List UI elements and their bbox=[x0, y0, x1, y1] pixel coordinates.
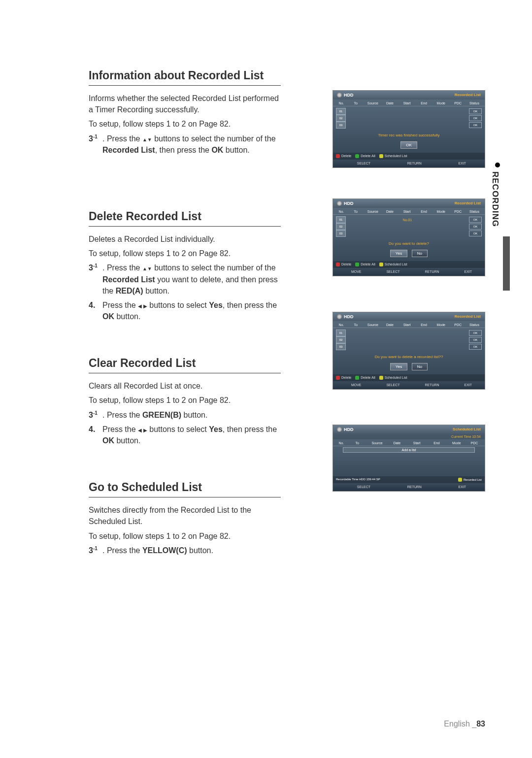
col: End bbox=[416, 210, 432, 213]
row-num: 01 bbox=[336, 108, 346, 115]
paragraph: To setup, follow steps 1 to 2 on Page 82… bbox=[89, 118, 281, 130]
step: 4. Press the ◀ ▶ buttons to select Yes, … bbox=[89, 424, 281, 446]
t: button. bbox=[114, 312, 140, 321]
t: buttons to select bbox=[147, 301, 209, 309]
table-row[interactable]: 03OK bbox=[336, 343, 482, 350]
col: Mode bbox=[433, 323, 449, 327]
table-row[interactable]: 01OK bbox=[336, 330, 482, 336]
t: , then press the bbox=[223, 425, 277, 433]
col: Source bbox=[365, 323, 381, 327]
disc-icon bbox=[337, 93, 342, 98]
ok-button[interactable]: OK bbox=[400, 141, 417, 149]
footer-bar: MOVE SELECT RETURN EXIT bbox=[333, 268, 485, 276]
table-row[interactable]: 02OK bbox=[336, 336, 482, 343]
table-row[interactable]: 01No.01OK bbox=[336, 216, 482, 223]
no-button[interactable]: No bbox=[412, 250, 428, 257]
t: Press the bbox=[102, 301, 138, 309]
action-bar: Delete Delete All Scheduled List bbox=[333, 261, 485, 268]
step-num: 4. bbox=[89, 299, 102, 322]
col: Start bbox=[399, 210, 415, 213]
foot-return: RETURN bbox=[402, 485, 422, 489]
arrow-icon: ◀ ▶ bbox=[138, 428, 147, 433]
action-bar: Delete Delete All Scheduled List bbox=[333, 153, 485, 160]
row-num: 03 bbox=[336, 230, 346, 237]
drive-label: HDD bbox=[344, 314, 354, 319]
col: End bbox=[416, 323, 432, 327]
col: Mode bbox=[433, 101, 449, 105]
section-goto-scheduled-list: Go to Scheduled List Switches directly f… bbox=[89, 481, 485, 556]
row-num: 03 bbox=[336, 122, 346, 129]
col: To bbox=[348, 441, 366, 445]
t: Press the bbox=[102, 425, 138, 433]
table-row[interactable]: 03OK bbox=[336, 122, 482, 129]
yellow-key-icon bbox=[379, 154, 383, 158]
foot-select: SELECT bbox=[381, 270, 399, 274]
t: GREEN(B) bbox=[142, 411, 181, 419]
table-row[interactable]: 02OK bbox=[336, 223, 482, 230]
col: To bbox=[348, 101, 364, 105]
action-label: Delete All bbox=[361, 376, 375, 379]
step: 3-1 . Press the GREEN(B) button. bbox=[89, 409, 281, 421]
yes-button[interactable]: Yes bbox=[390, 363, 407, 370]
col: Start bbox=[399, 323, 415, 327]
row-num: 03 bbox=[336, 343, 346, 350]
footer-lang: English bbox=[444, 720, 469, 728]
ui-recorded-list-info: HDD Recorded List No.ToSourceDateStartEn… bbox=[332, 90, 485, 168]
row-num: 02 bbox=[336, 223, 346, 230]
step-sup: -1 bbox=[93, 545, 98, 551]
row-highlight: No.01 bbox=[347, 218, 468, 222]
current-time: Current Time 10:54 bbox=[333, 434, 485, 439]
disc-icon bbox=[337, 314, 342, 319]
step-sup: -1 bbox=[93, 133, 98, 139]
t: buttons to select the number of the bbox=[152, 134, 276, 143]
yes-button[interactable]: Yes bbox=[390, 250, 407, 257]
recordable-time: Recordable Time HDD 159:44 SP bbox=[336, 478, 380, 482]
t: . Press the bbox=[102, 546, 142, 555]
no-button[interactable]: No bbox=[412, 363, 428, 370]
col: Source bbox=[365, 101, 381, 105]
footer-sep: _ bbox=[472, 720, 476, 728]
t: RED(A) bbox=[116, 287, 143, 295]
col: Source bbox=[367, 441, 386, 445]
row-status: OK bbox=[469, 337, 482, 343]
drive-label: HDD bbox=[344, 427, 354, 432]
action-label: Scheduled List bbox=[385, 263, 407, 266]
foot-select: SELECT bbox=[352, 485, 370, 489]
dialog-message: Timer rec was finished successfully bbox=[333, 130, 485, 139]
foot-exit: EXIT bbox=[453, 162, 466, 165]
row-num: 02 bbox=[336, 336, 346, 343]
action-label: Delete bbox=[341, 263, 351, 266]
col: No. bbox=[336, 323, 347, 327]
page-footer: English _83 bbox=[444, 720, 485, 728]
table-row[interactable]: 02OK bbox=[336, 115, 482, 122]
ui-recorded-list-delete: HDD Recorded List No.ToSourceDateStartEn… bbox=[332, 198, 485, 276]
t: , then press the bbox=[223, 301, 277, 309]
t: button. bbox=[114, 436, 140, 445]
action-label: Delete All bbox=[361, 154, 375, 158]
row-status: OK bbox=[469, 224, 482, 230]
table-row[interactable]: 03OK bbox=[336, 230, 482, 237]
table-row[interactable]: 01OK bbox=[336, 108, 482, 115]
dialog-message: Do you want to delete a recorded list?? bbox=[333, 352, 485, 361]
footer-bar: SELECT RETURN EXIT bbox=[333, 483, 485, 491]
row-num: 01 bbox=[336, 330, 346, 336]
step: 3-1 . Press the ▲▼ buttons to select the… bbox=[89, 133, 281, 156]
footer-bar: SELECT RETURN EXIT bbox=[333, 160, 485, 167]
ui-scheduled-list: HDD Scheduled List Current Time 10:54 No… bbox=[332, 425, 485, 492]
foot-select: SELECT bbox=[381, 383, 399, 387]
t: button. bbox=[143, 287, 169, 295]
arrow-icon: ◀ ▶ bbox=[138, 303, 147, 309]
t: button. bbox=[223, 146, 249, 154]
heading: Clear Recorded List bbox=[89, 357, 281, 373]
t: , then press the bbox=[155, 146, 212, 154]
green-key-icon bbox=[355, 263, 359, 266]
disc-icon bbox=[337, 201, 342, 206]
heading: Delete Recorded List bbox=[89, 210, 281, 227]
paragraph: To setup, follow steps 1 to 2 on Page 82… bbox=[89, 530, 281, 542]
t: Yes bbox=[209, 301, 223, 309]
add-list-button[interactable]: Add a list bbox=[343, 447, 475, 453]
row-status: OK bbox=[469, 217, 482, 223]
screen-title: Recorded List bbox=[455, 93, 481, 98]
t: OK bbox=[102, 436, 114, 445]
col: End bbox=[427, 441, 446, 445]
